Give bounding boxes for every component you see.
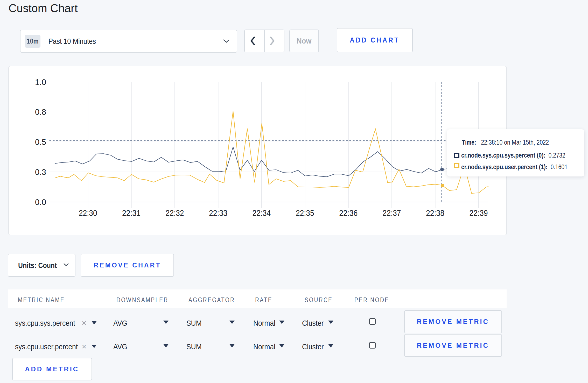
svg-text:22:39: 22:39 — [470, 208, 488, 218]
svg-text:0.8: 0.8 — [35, 108, 46, 117]
svg-text:22:34: 22:34 — [252, 208, 271, 218]
svg-text:22:31: 22:31 — [122, 208, 141, 218]
svg-text:22:37: 22:37 — [383, 208, 401, 218]
svg-text:22:33: 22:33 — [209, 208, 227, 218]
svg-text:22:38: 22:38 — [426, 208, 444, 218]
svg-text:22:32: 22:32 — [166, 208, 184, 218]
svg-text:22:30: 22:30 — [79, 208, 97, 218]
svg-text:22:35: 22:35 — [296, 208, 314, 218]
svg-text:1.0: 1.0 — [35, 78, 46, 87]
svg-text:22:36: 22:36 — [339, 208, 358, 218]
svg-text:0.5: 0.5 — [35, 138, 46, 147]
svg-text:0.3: 0.3 — [35, 168, 46, 177]
svg-text:0.0: 0.0 — [35, 198, 46, 207]
